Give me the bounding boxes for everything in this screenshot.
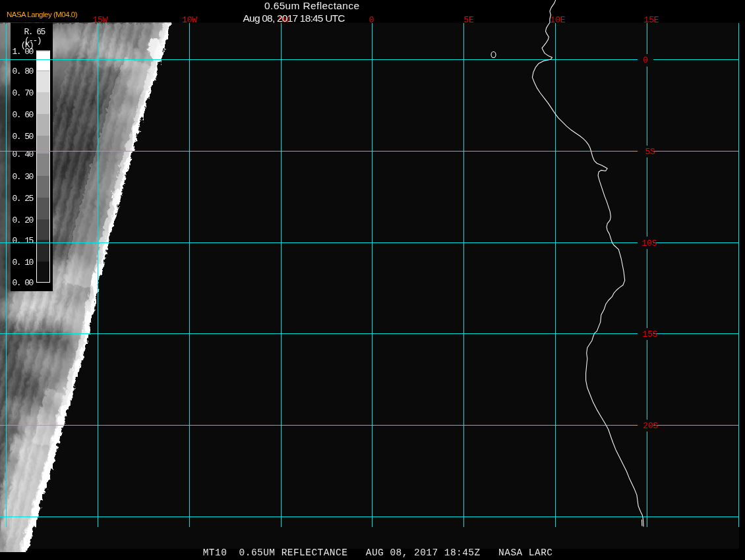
- svg-text:15E: 15E: [644, 15, 659, 25]
- svg-text:0. 50: 0. 50: [13, 132, 34, 142]
- svg-text:0. 00: 0. 00: [13, 278, 34, 288]
- svg-text:0. 80: 0. 80: [13, 67, 34, 76]
- svg-text:10S: 10S: [642, 238, 657, 248]
- svg-text:15W: 15W: [92, 15, 107, 25]
- svg-text:0.65um Reflectance: 0.65um Reflectance: [264, 0, 359, 11]
- svg-text:0. 20: 0. 20: [13, 215, 34, 225]
- svg-text:0. 40: 0. 40: [13, 150, 34, 159]
- svg-text:10W: 10W: [182, 15, 197, 25]
- svg-text:20S: 20S: [643, 421, 658, 431]
- svg-text:0. 30: 0. 30: [13, 172, 34, 182]
- svg-text:15S: 15S: [643, 329, 658, 339]
- svg-text:0: 0: [643, 55, 648, 65]
- svg-text:0. 10: 0. 10: [13, 258, 34, 267]
- svg-text:0: 0: [369, 15, 374, 25]
- svg-text:MT10 0.65UM REFLECTANCE AUG: MT10 0.65UM REFLECTANCE AUG 08, 2017 18:…: [203, 547, 553, 558]
- svg-text:0. 70: 0. 70: [13, 88, 34, 98]
- svg-text:5E: 5E: [463, 15, 474, 25]
- svg-text:10E: 10E: [551, 15, 566, 25]
- svg-text:1. 00: 1. 00: [13, 47, 34, 57]
- svg-text:Aug 08, 2017 18:45 UTC: Aug 08, 2017 18:45 UTC: [243, 13, 345, 24]
- svg-text:0. 25: 0. 25: [13, 194, 34, 204]
- svg-text:5S: 5S: [645, 147, 655, 157]
- svg-text:0. 15: 0. 15: [13, 236, 34, 246]
- svg-text:0. 60: 0. 60: [13, 110, 34, 120]
- svg-text:NASA Langley (M04.0): NASA Langley (M04.0): [7, 11, 78, 18]
